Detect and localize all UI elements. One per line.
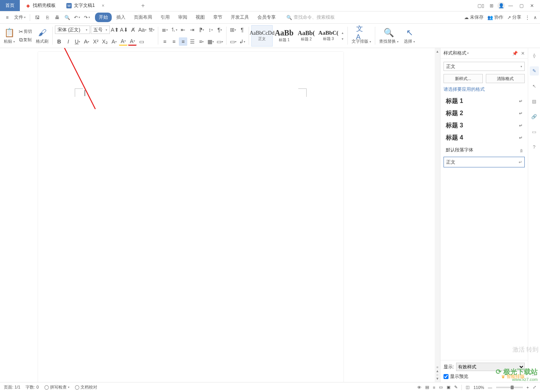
style-h2[interactable]: AaBb(标题 2 <box>296 25 317 47</box>
tab-member[interactable]: 会员专享 <box>254 13 280 22</box>
view-read-icon[interactable]: ▣ <box>447 385 450 390</box>
text-tool-button[interactable]: ▭▾ <box>229 37 237 46</box>
command-search[interactable]: 🔍 查找命令、搜索模板 <box>286 14 335 21</box>
panel-close-icon[interactable]: ✕ <box>521 51 525 56</box>
print-icon[interactable]: 🖶 <box>53 13 61 22</box>
list-item-h2[interactable]: 标题 2↵ <box>444 108 525 119</box>
strike-button[interactable]: A̶▾ <box>82 37 91 46</box>
pointer-icon[interactable]: ↖ <box>530 82 539 91</box>
view-outline-icon[interactable]: ≡ <box>433 385 435 390</box>
help-icon[interactable]: ? <box>530 143 539 152</box>
tab-home[interactable]: 首页 <box>0 0 20 11</box>
rocket-icon[interactable]: ⟠ <box>530 51 539 60</box>
show-marks-button[interactable]: ¶▾ <box>215 26 224 34</box>
tab-page-layout[interactable]: 页面布局 <box>130 13 156 22</box>
tab-chapter[interactable]: 章节 <box>209 13 226 22</box>
bullets-button[interactable]: ≣▾ <box>161 26 169 34</box>
smart-layout-link[interactable]: ♛智能排版 <box>501 373 525 380</box>
tab-dev-tools[interactable]: 开发工具 <box>227 13 253 22</box>
unsaved-indicator[interactable]: ☁未保存 <box>464 14 484 21</box>
layout-icon[interactable]: ▢▯ <box>476 1 486 11</box>
outdent-button[interactable]: ⇤ <box>179 26 187 34</box>
pin-icon[interactable]: 📌 <box>512 51 518 56</box>
find-replace-button[interactable]: 🔍 查找替换 ▾ <box>378 27 400 44</box>
close-icon[interactable]: × <box>102 3 104 8</box>
font-name-select[interactable]: 宋体 (正文)▾ <box>55 26 90 34</box>
text-layout-button[interactable]: 文A 文字排版 ▾ <box>350 27 373 44</box>
spellcheck-toggle[interactable]: ◯拼写检查 ▾ <box>44 384 69 390</box>
list-item-h4[interactable]: 标题 4↵ <box>444 132 525 143</box>
borders-button[interactable]: ▭▾ <box>215 37 224 46</box>
collab-button[interactable]: 👥协作 <box>487 14 503 21</box>
numbering-button[interactable]: ⒈▾ <box>170 26 178 34</box>
superscript-button[interactable]: X² <box>92 37 100 46</box>
list-item-para-font[interactable]: 默认段落字体a <box>444 145 525 155</box>
char-border-button[interactable]: ▭ <box>137 37 146 46</box>
list-item-h1[interactable]: 标题 1↵ <box>444 96 525 106</box>
edit-icon[interactable]: ✎ <box>530 66 539 76</box>
proofread-toggle[interactable]: ◯文档校对 <box>75 384 97 390</box>
maximize-button[interactable]: ▢ <box>516 1 526 11</box>
clear-format-button[interactable]: A̸ <box>129 26 137 34</box>
tab-references[interactable]: 引用 <box>157 13 174 22</box>
phonetic-button[interactable]: 雙▾ <box>147 26 156 34</box>
clear-format-button2[interactable]: 清除格式 <box>486 74 525 83</box>
page-indicator[interactable]: 页面: 1/1 <box>4 384 20 390</box>
change-case-button[interactable]: Aa▾ <box>138 26 146 34</box>
add-tab-button[interactable]: + <box>137 0 149 11</box>
zoom-value[interactable]: 110% <box>473 385 484 390</box>
font-color-button[interactable]: A▾ <box>128 37 137 46</box>
display-select[interactable]: 有效样式 <box>456 363 525 371</box>
paste-button[interactable]: 📋 粘贴 ▾ <box>2 27 16 44</box>
grow-font-button[interactable]: A⬆ <box>111 26 119 34</box>
link-icon[interactable]: 🔗 <box>530 112 539 121</box>
subscript-button[interactable]: X₂ <box>101 37 109 46</box>
tab-document[interactable]: W 文字文稿1 × <box>61 0 137 11</box>
reading-mode-icon[interactable]: 👁 <box>417 385 421 390</box>
line-spacing-button[interactable]: ≡▾ <box>197 37 206 46</box>
align-left-button[interactable]: ≡ <box>161 37 169 46</box>
minimize-button[interactable]: — <box>506 1 516 11</box>
para-settings-button[interactable]: ¶ <box>238 26 246 34</box>
scroll-up-icon[interactable]: ▲ <box>436 50 439 53</box>
export-icon[interactable]: ⎘ <box>43 13 51 22</box>
align-distribute-button[interactable]: ☰ <box>188 37 196 46</box>
indent-button[interactable]: ⇥ <box>188 26 196 34</box>
fullscreen-icon[interactable]: ⤢ <box>533 385 536 390</box>
tabstop-button[interactable]: ⊞▾ <box>229 26 237 34</box>
more-icon[interactable]: ⋮ <box>525 15 530 20</box>
word-count[interactable]: 字数: 0 <box>26 384 39 390</box>
highlight-button[interactable]: A▾ <box>119 37 127 46</box>
avatar-icon[interactable]: 👤 <box>497 2 505 10</box>
collapse-ribbon-icon[interactable]: ∧ <box>534 15 537 20</box>
style-h1[interactable]: AaBb标题 1 <box>273 25 295 47</box>
view-web-icon[interactable]: ▭ <box>439 385 443 390</box>
hamburger-icon[interactable]: ≡ <box>3 13 11 22</box>
tab-view[interactable]: 视图 <box>192 13 209 22</box>
style-body[interactable]: AaBbCcDd正文 <box>251 25 273 47</box>
shrink-font-button[interactable]: A⬇ <box>120 26 128 34</box>
text-direction-button[interactable]: ⁋▾ <box>197 26 206 34</box>
style-h3[interactable]: AaBbC(标题 3 <box>318 25 339 47</box>
tab-start[interactable]: 开始 <box>95 13 112 22</box>
new-style-button[interactable]: 新样式... <box>444 74 483 83</box>
clipboard2-icon[interactable]: ▤ <box>530 97 539 106</box>
scroll-find-icon[interactable]: ○ <box>436 373 438 377</box>
more-tools-icon[interactable]: ⋯ <box>530 371 539 380</box>
page[interactable] <box>38 52 343 382</box>
current-style-select[interactable]: 正文▾ <box>444 62 525 71</box>
view-focus-icon[interactable]: ✎ <box>454 385 458 390</box>
redo-button[interactable]: ↷▾ <box>83 13 91 22</box>
apps-icon[interactable]: ⊞ <box>487 1 497 11</box>
list-item-h3[interactable]: 标题 3↵ <box>444 120 525 131</box>
window-close-button[interactable]: ✕ <box>527 1 537 11</box>
zoom-in-button[interactable]: + <box>527 385 529 390</box>
select-button[interactable]: ↖ 选择 ▾ <box>402 27 416 44</box>
scroll-next-icon[interactable]: ▼ <box>436 377 439 381</box>
list-item-body[interactable]: 正文↵ <box>444 157 525 167</box>
align-center-button[interactable]: ≡ <box>170 37 178 46</box>
zoom-out-button[interactable]: — <box>488 385 492 390</box>
share-button[interactable]: ↗分享 <box>507 14 521 21</box>
preview-icon[interactable]: 🔍 <box>63 13 71 22</box>
underline-button[interactable]: U▾ <box>73 37 82 46</box>
